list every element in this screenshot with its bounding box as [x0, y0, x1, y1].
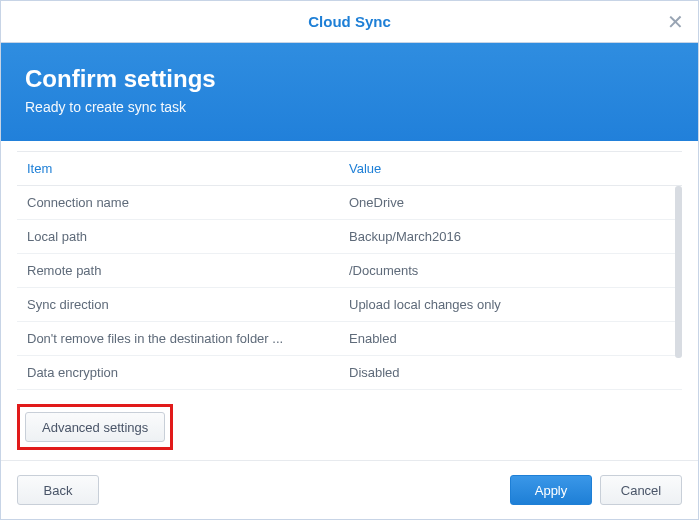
- page-subtitle: Ready to create sync task: [25, 99, 674, 115]
- cell-value: Backup/March2016: [339, 220, 682, 254]
- dialog-window: Cloud Sync ✕ Confirm settings Ready to c…: [0, 0, 699, 520]
- apply-button[interactable]: Apply: [510, 475, 592, 505]
- back-button[interactable]: Back: [17, 475, 99, 505]
- cell-value: Upload local changes only: [339, 288, 682, 322]
- close-icon[interactable]: ✕: [667, 12, 684, 32]
- table-row: Don't remove files in the destination fo…: [17, 322, 682, 356]
- advanced-settings-button[interactable]: Advanced settings: [25, 412, 165, 442]
- header-banner: Confirm settings Ready to create sync ta…: [1, 43, 698, 141]
- content-area: Item Value Connection name OneDrive Loca…: [1, 141, 698, 460]
- settings-table: Item Value Connection name OneDrive Loca…: [17, 151, 682, 390]
- cell-item: Local path: [17, 220, 339, 254]
- page-title: Confirm settings: [25, 65, 674, 93]
- table-row: Connection name OneDrive: [17, 186, 682, 220]
- cell-item: Remote path: [17, 254, 339, 288]
- table-row: Data encryption Disabled: [17, 356, 682, 390]
- cell-item: Sync direction: [17, 288, 339, 322]
- table-header: Item Value: [17, 152, 682, 186]
- cell-item: Data encryption: [17, 356, 339, 390]
- window-title: Cloud Sync: [308, 13, 391, 30]
- cell-value: OneDrive: [339, 186, 682, 220]
- cell-value: Disabled: [339, 356, 682, 390]
- scrollbar[interactable]: [675, 186, 682, 358]
- footer: Back Apply Cancel: [1, 460, 698, 519]
- advanced-highlight: Advanced settings: [17, 404, 173, 450]
- titlebar: Cloud Sync ✕: [1, 1, 698, 43]
- table-body: Connection name OneDrive Local path Back…: [17, 186, 682, 390]
- cell-item: Connection name: [17, 186, 339, 220]
- table-row: Remote path /Documents: [17, 254, 682, 288]
- table-row: Local path Backup/March2016: [17, 220, 682, 254]
- cancel-button[interactable]: Cancel: [600, 475, 682, 505]
- col-header-value[interactable]: Value: [339, 152, 682, 186]
- table-row: Sync direction Upload local changes only: [17, 288, 682, 322]
- cell-item: Don't remove files in the destination fo…: [17, 322, 339, 356]
- cell-value: Enabled: [339, 322, 682, 356]
- col-header-item[interactable]: Item: [17, 152, 339, 186]
- cell-value: /Documents: [339, 254, 682, 288]
